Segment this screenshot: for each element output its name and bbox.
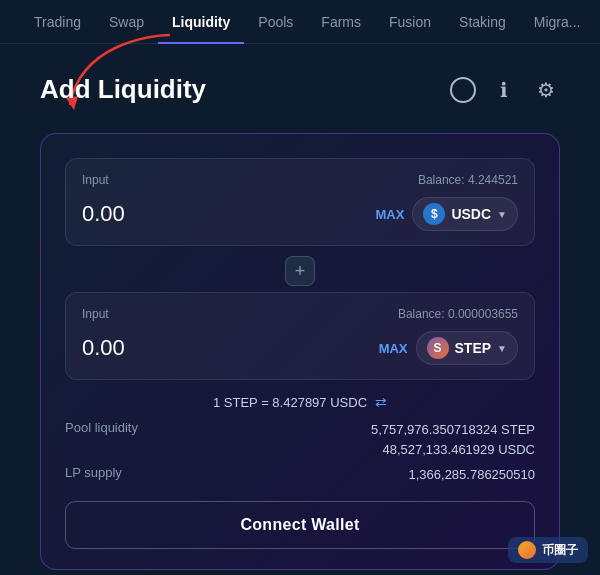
input2-balance: Balance: 0.000003655 (398, 307, 518, 321)
input2-chevron-icon: ▼ (497, 343, 507, 354)
rate-row: 1 STEP = 8.427897 USDC ⇄ (65, 394, 535, 410)
input1-balance: Balance: 4.244521 (418, 173, 518, 187)
input1-token-label: USDC (451, 206, 491, 222)
watermark: 币圈子 (508, 537, 588, 563)
nav-farms[interactable]: Farms (307, 0, 375, 44)
input-box-1: Input Balance: 4.244521 0.00 MAX $ USDC … (65, 158, 535, 246)
pool-liquidity-line2: 48,527,133.461929 USDC (371, 440, 535, 460)
step-icon: S (427, 337, 449, 359)
input1-token-selector[interactable]: $ USDC ▼ (412, 197, 518, 231)
nav-fusion[interactable]: Fusion (375, 0, 445, 44)
lp-supply-label: LP supply (65, 465, 165, 480)
input2-value: 0.00 (82, 335, 125, 361)
nav-staking[interactable]: Staking (445, 0, 520, 44)
input2-token-label: STEP (455, 340, 492, 356)
nav-pools[interactable]: Pools (244, 0, 307, 44)
swap-arrows-icon[interactable]: ⇄ (375, 394, 387, 410)
input2-label: Input (82, 307, 109, 321)
lp-supply-row: LP supply 1,366,285.786250510 (65, 465, 535, 485)
pool-liquidity-line1: 5,757,976.350718324 STEP (371, 420, 535, 440)
page-content: Add Liquidity ℹ ⚙ Input Balance: 4.24452… (0, 44, 600, 575)
lp-supply-value: 1,366,285.786250510 (408, 465, 535, 485)
input1-value: 0.00 (82, 201, 125, 227)
input2-controls: MAX S STEP ▼ (379, 331, 518, 365)
liquidity-card: Input Balance: 4.244521 0.00 MAX $ USDC … (40, 133, 560, 570)
connect-wallet-button[interactable]: Connect Wallet (65, 501, 535, 549)
input1-chevron-icon: ▼ (497, 209, 507, 220)
input2-label-row: Input Balance: 0.000003655 (82, 307, 518, 321)
pool-info: Pool liquidity 5,757,976.350718324 STEP … (65, 420, 535, 485)
nav-trading[interactable]: Trading (20, 0, 95, 44)
usdc-icon: $ (423, 203, 445, 225)
rate-text: 1 STEP = 8.427897 USDC (213, 395, 367, 410)
input1-max-button[interactable]: MAX (376, 207, 405, 222)
header-icons: ℹ ⚙ (450, 76, 560, 104)
watermark-icon (518, 541, 536, 559)
navigation: Trading Swap Liquidity Pools Farms Fusio… (0, 0, 600, 44)
pool-liquidity-values: 5,757,976.350718324 STEP 48,527,133.4619… (371, 420, 535, 459)
plus-row: + (65, 256, 535, 286)
pool-liquidity-label: Pool liquidity (65, 420, 165, 435)
plus-button[interactable]: + (285, 256, 315, 286)
nav-migration[interactable]: Migra... (520, 0, 595, 44)
input2-token-selector[interactable]: S STEP ▼ (416, 331, 518, 365)
input1-label-row: Input Balance: 4.244521 (82, 173, 518, 187)
input1-label: Input (82, 173, 109, 187)
input2-value-row: 0.00 MAX S STEP ▼ (82, 331, 518, 365)
page-title: Add Liquidity (40, 74, 206, 105)
nav-liquidity[interactable]: Liquidity (158, 0, 244, 44)
info-icon[interactable]: ℹ (490, 76, 518, 104)
input2-max-button[interactable]: MAX (379, 341, 408, 356)
watermark-text: 币圈子 (542, 542, 578, 559)
input1-value-row: 0.00 MAX $ USDC ▼ (82, 197, 518, 231)
circle-icon[interactable] (450, 77, 476, 103)
input-box-2: Input Balance: 0.000003655 0.00 MAX S ST… (65, 292, 535, 380)
input1-controls: MAX $ USDC ▼ (376, 197, 518, 231)
nav-swap[interactable]: Swap (95, 0, 158, 44)
settings-icon[interactable]: ⚙ (532, 76, 560, 104)
page-header: Add Liquidity ℹ ⚙ (40, 74, 560, 105)
pool-liquidity-row: Pool liquidity 5,757,976.350718324 STEP … (65, 420, 535, 459)
